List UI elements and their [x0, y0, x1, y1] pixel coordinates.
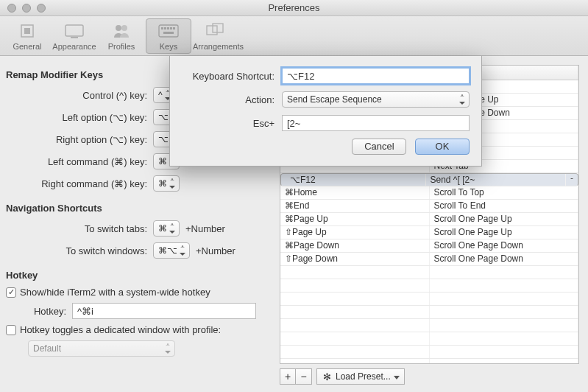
keys-icon: [157, 21, 180, 41]
cell-key: [280, 346, 430, 358]
showhide-checkbox[interactable]: [6, 287, 16, 298]
tab-label: Arrangements: [193, 42, 238, 51]
load-preset-label: Load Preset...: [336, 371, 391, 382]
svg-rect-12: [163, 32, 174, 34]
remap-label: Left option (⌥) key:: [6, 112, 153, 123]
tab-keys[interactable]: Keys: [146, 18, 191, 54]
tab-general[interactable]: General: [4, 19, 50, 53]
remove-mapping-button[interactable]: −: [296, 368, 312, 385]
cell-key: ⌘Page Down: [280, 239, 430, 252]
table-row[interactable]: ⇧Page UpScroll One Page Up: [280, 226, 578, 239]
profiles-icon: [110, 21, 133, 41]
esc-label: Esc+: [179, 118, 282, 129]
remap-label: Left command (⌘) key:: [6, 156, 153, 167]
cell-key: [280, 293, 430, 305]
svg-rect-2: [65, 25, 83, 36]
tab-label: Profiles: [99, 42, 144, 51]
switch-windows-select[interactable]: ⌘⌥: [153, 242, 190, 259]
gear-icon: ✻: [323, 371, 331, 382]
cell-action: [430, 332, 579, 345]
table-row[interactable]: ⌘HomeScroll To Top: [280, 186, 578, 200]
cell-action: [430, 279, 579, 292]
table-row[interactable]: ⇧Page DownScroll One Page Down: [280, 253, 578, 266]
cell-key: ⇧Page Up: [280, 226, 430, 239]
shortcut-label: Keyboard Shortcut:: [179, 71, 282, 82]
cell-key: ⌥F12: [286, 174, 426, 186]
cell-action: [430, 359, 579, 363]
toggle-window-checkbox[interactable]: [6, 325, 16, 335]
nav-title: Navigation Shortcuts: [6, 203, 272, 214]
svg-rect-3: [71, 37, 78, 38]
action-label: Action:: [179, 94, 282, 105]
cell-key: ⌘Home: [280, 186, 430, 199]
svg-rect-10: [170, 27, 172, 29]
appearance-icon: [63, 21, 86, 41]
table-row[interactable]: ⌘Page UpScroll One Page Up: [280, 213, 578, 226]
table-row[interactable]: [280, 266, 578, 279]
pref-toolbar: General Appearance Profiles Keys Arrange…: [0, 16, 588, 56]
hotkey-field[interactable]: ^⌘i: [72, 303, 256, 319]
tab-appearance[interactable]: Appearance: [52, 19, 97, 53]
cell-action: Scroll To End: [430, 200, 579, 212]
action-select[interactable]: Send Escape Sequence: [282, 91, 470, 108]
hotkey-title: Hotkey: [6, 270, 272, 281]
general-icon: [15, 21, 39, 41]
add-mapping-button[interactable]: +: [280, 368, 296, 385]
cell-action: Scroll To Top: [430, 186, 579, 199]
arrangements-icon: [204, 21, 227, 41]
profile-select[interactable]: Default: [28, 340, 175, 357]
cell-action: [430, 266, 579, 279]
table-row[interactable]: ⌥F12Send ^[ [2~: [280, 173, 578, 186]
shortcut-field[interactable]: ⌥F12: [282, 68, 470, 84]
cell-key: ⌘Page Up: [280, 213, 430, 225]
cell-action: [430, 319, 579, 332]
table-row[interactable]: [280, 293, 578, 306]
cell-key: [280, 266, 430, 279]
cell-action: Send ^[ [2~: [426, 174, 567, 186]
svg-rect-11: [173, 27, 175, 29]
svg-point-5: [121, 25, 127, 31]
esc-field[interactable]: [2~: [282, 115, 470, 131]
window-title: Preferences: [0, 2, 588, 13]
table-row[interactable]: ⌘EndScroll To End: [280, 200, 578, 213]
svg-rect-8: [164, 27, 166, 29]
table-row[interactable]: ⌘Page DownScroll One Page Down: [280, 239, 578, 253]
table-row[interactable]: [280, 346, 578, 359]
cancel-button[interactable]: Cancel: [352, 139, 406, 155]
cell-action: [430, 293, 579, 305]
tab-label: Appearance: [52, 42, 97, 51]
cell-action: Scroll One Page Down: [430, 253, 579, 265]
cell-key: ⌘End: [280, 200, 430, 212]
tab-profiles[interactable]: Profiles: [99, 19, 144, 53]
cell-key: [280, 306, 430, 318]
table-row[interactable]: [280, 279, 578, 293]
table-row[interactable]: [280, 306, 578, 319]
table-row[interactable]: [280, 359, 578, 363]
cell-key: [280, 359, 430, 363]
switch-windows-label: To switch windows:: [6, 245, 153, 256]
edit-keymap-sheet: Keyboard Shortcut: ⌥F12 Action: Send Esc…: [169, 56, 482, 167]
table-row[interactable]: [280, 319, 578, 332]
cell-action: Scroll One Page Up: [430, 213, 579, 225]
titlebar: Preferences: [0, 0, 588, 16]
switch-windows-suffix: +Number: [196, 245, 235, 256]
cell-key: ⇧Page Down: [280, 253, 430, 265]
cell-action: [430, 346, 579, 358]
load-preset-button[interactable]: ✻ Load Preset...: [316, 368, 405, 385]
remap-select[interactable]: ⌘: [153, 175, 180, 192]
remap-label: Right option (⌥) key:: [6, 134, 153, 145]
remap-label: Control (^) key:: [6, 90, 153, 101]
remap-label: Right command (⌘) key:: [6, 178, 153, 189]
svg-rect-7: [161, 27, 163, 29]
table-row[interactable]: [280, 332, 578, 346]
switch-tabs-suffix: +Number: [185, 223, 225, 234]
switch-tabs-select[interactable]: ⌘: [153, 220, 180, 237]
ok-button[interactable]: OK: [415, 139, 470, 155]
svg-rect-6: [159, 25, 178, 37]
tab-label: Keys: [146, 42, 191, 51]
svg-point-4: [116, 25, 121, 31]
showhide-label: Show/hide iTerm2 with a system-wide hotk…: [20, 287, 210, 298]
tab-arrangements[interactable]: Arrangements: [193, 19, 238, 53]
cell-action: Scroll One Page Down: [430, 239, 579, 252]
cell-key: [280, 319, 430, 332]
